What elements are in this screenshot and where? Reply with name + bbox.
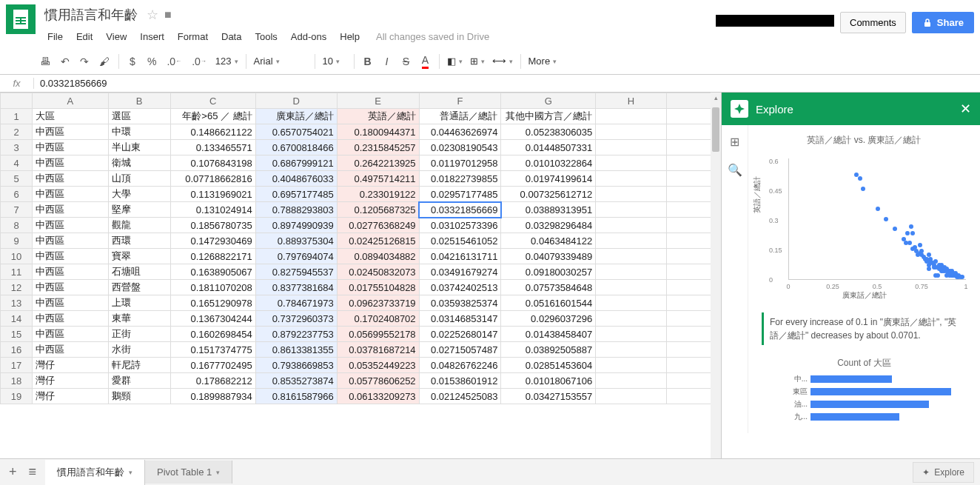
cell[interactable]: 0.1651290978 [170,295,255,311]
cell[interactable] [596,140,666,155]
all-sheets-button[interactable]: ≡ [26,461,40,483]
currency-button[interactable]: $ [124,53,141,70]
cell[interactable]: 中西區 [33,187,108,202]
cell[interactable] [596,389,666,404]
cell[interactable]: 中西區 [33,171,108,187]
cell[interactable]: 0.1856780735 [170,218,255,233]
col-header[interactable]: F [419,93,501,109]
cell[interactable]: 0.02252680147 [419,327,501,342]
cell[interactable]: 0.8161587966 [255,389,337,404]
cell[interactable]: 0.0894034882 [337,249,419,264]
cell[interactable]: 0.1702408702 [337,311,419,327]
cell[interactable]: 0.1899887934 [170,389,255,404]
add-sheet-button[interactable]: + [6,461,20,483]
cell[interactable]: 中西區 [33,218,108,233]
merge-button[interactable]: ⟷ [489,54,516,68]
cell[interactable]: 中西區 [33,249,108,264]
close-icon[interactable]: ✕ [960,101,971,117]
cell[interactable]: 0.8275945537 [255,264,337,280]
row-header[interactable]: 3 [1,140,33,155]
cell[interactable]: 鵝頸 [108,389,170,404]
cell[interactable]: 中西區 [33,311,108,327]
cell[interactable]: 0.02715057487 [419,342,501,358]
menu-format[interactable]: Format [172,28,214,45]
cell[interactable]: 0.1677702495 [170,358,255,373]
cell[interactable] [596,109,666,124]
cell[interactable]: 0.01448507331 [501,140,596,155]
menu-data[interactable]: Data [215,28,247,45]
menu-insert[interactable]: Insert [134,28,170,45]
cell[interactable]: 0.02851453604 [501,358,596,373]
cell[interactable]: 中西區 [33,327,108,342]
cell[interactable]: 0.6570754021 [255,124,337,140]
cell[interactable]: 0.01438458407 [501,327,596,342]
cell[interactable]: 0.02425126815 [337,233,419,249]
cell[interactable]: 0.784671973 [255,295,337,311]
cell[interactable]: 0.01538601912 [419,373,501,389]
cell[interactable]: 0.02957177485 [419,187,501,202]
row-header[interactable]: 17 [1,358,33,373]
col-header[interactable]: E [337,93,419,109]
cell[interactable]: 灣仔 [33,373,108,389]
cell[interactable]: 0.02450832073 [337,264,419,280]
scroll-up-icon[interactable]: ▴ [711,93,721,103]
cell[interactable]: 0.09623733719 [337,295,419,311]
cell[interactable] [596,155,666,171]
sheet-tab-pivot[interactable]: Pivot Table 1 ▾ [145,461,232,484]
cell[interactable]: 0.03427153557 [501,389,596,404]
cell[interactable]: 0.09180030257 [501,264,596,280]
format-icon[interactable]: ⊞ [725,131,745,152]
menu-view[interactable]: View [100,28,132,45]
row-header[interactable]: 10 [1,249,33,264]
cell[interactable]: 0.03781687214 [337,342,419,358]
cell[interactable]: 0.04826762246 [419,358,501,373]
cell[interactable]: 上環 [108,295,170,311]
cell[interactable]: 0.1076843198 [170,155,255,171]
cell[interactable]: 0.1367304244 [170,311,255,327]
cell[interactable]: 0.4048676033 [255,171,337,187]
cell[interactable]: 0.7372960373 [255,311,337,327]
spreadsheet-grid[interactable]: ABCDEFGH1大區選區年齡>65 ／ 總計廣東話／總計英語／總計普通話／總計… [0,93,721,404]
undo-icon[interactable]: ↶ [56,53,74,70]
row-header[interactable]: 11 [1,264,33,280]
cell[interactable]: 廣東話／總計 [255,109,337,124]
strikethrough-button[interactable]: S [397,53,415,70]
cell[interactable]: 中西區 [33,140,108,155]
cell[interactable]: 西營盤 [108,280,170,295]
share-button[interactable]: Share [912,12,974,33]
cell[interactable]: 中西區 [33,124,108,140]
cell[interactable]: 0.03491679274 [419,264,501,280]
cell[interactable]: 灣仔 [33,358,108,373]
cell[interactable]: 愛群 [108,373,170,389]
cell[interactable]: 0.04216131711 [419,249,501,264]
col-header[interactable]: H [596,93,666,109]
row-header[interactable]: 12 [1,280,33,295]
tab-dropdown-icon[interactable]: ▾ [216,469,220,476]
cell[interactable]: 0.0463484122 [501,233,596,249]
cell[interactable]: 0.133465571 [170,140,255,155]
cell[interactable]: 中西區 [33,155,108,171]
cell[interactable]: 0.01197012958 [419,155,501,171]
folder-icon[interactable]: ■ [164,8,172,21]
row-header[interactable]: 15 [1,327,33,342]
col-header[interactable]: G [501,93,596,109]
cell[interactable]: 0.04463626974 [419,124,501,140]
cell[interactable]: 中西區 [33,233,108,249]
menu-file[interactable]: File [41,28,69,45]
redo-icon[interactable]: ↷ [75,53,93,70]
cell[interactable]: 0.01755104828 [337,280,419,295]
cell[interactable]: 東華 [108,311,170,327]
font-dropdown[interactable]: Arial [251,54,310,68]
cell[interactable]: 0.2315845257 [337,140,419,155]
cell[interactable]: 0.03146853147 [419,311,501,327]
col-header[interactable]: D [255,93,337,109]
row-header[interactable]: 2 [1,124,33,140]
cell[interactable]: 0.6867999121 [255,155,337,171]
cell[interactable]: 中西區 [33,202,108,218]
cell[interactable]: 0.06133209273 [337,389,419,404]
cell[interactable]: 半山東 [108,140,170,155]
row-header[interactable]: 7 [1,202,33,218]
cell[interactable]: 0.6957177485 [255,187,337,202]
cell[interactable]: 0.8974990939 [255,218,337,233]
increase-decimal-button[interactable]: .0→ [187,53,211,70]
